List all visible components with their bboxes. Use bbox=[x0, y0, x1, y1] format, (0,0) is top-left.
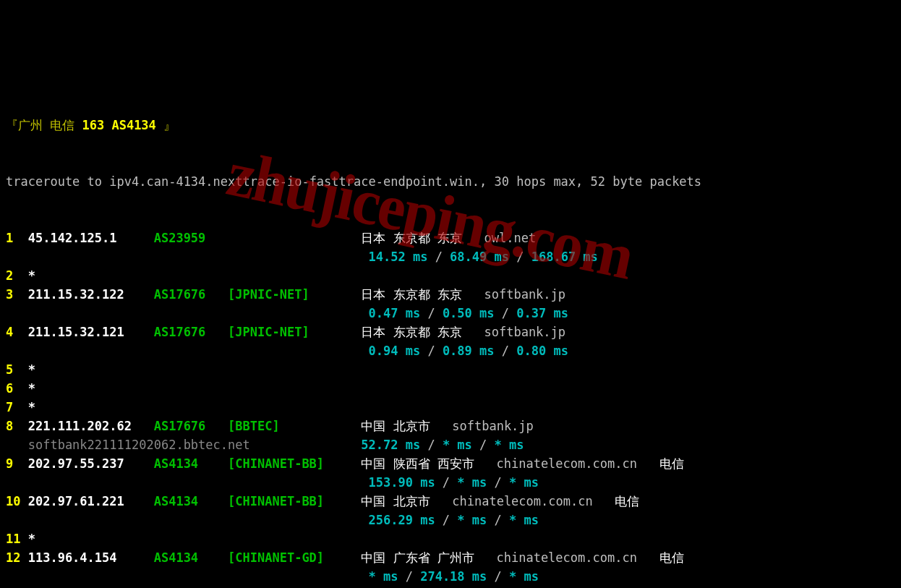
hop-list: 145.142.125.1AS23959 日本 东京都 东京 owl.netx … bbox=[6, 229, 895, 588]
hop-latency-row: x 256.29 ms / * ms / * ms bbox=[6, 511, 895, 529]
hop-ip: 202.97.55.237 bbox=[28, 454, 154, 473]
hop-latency-row: x 0.94 ms / 0.89 ms / 0.80 ms bbox=[6, 341, 895, 360]
hop-row: 10202.97.61.221AS4134[CHINANET-BB] 中国 北京… bbox=[6, 492, 895, 511]
hop-row: 6* bbox=[6, 379, 895, 398]
hop-isp: 电信 bbox=[615, 494, 639, 508]
terminal-output: 『广州 电信 163 AS4134 』 traceroute to ipv4.c… bbox=[0, 75, 901, 588]
hop-ptr-row: softbank221111202062.bbtec.net52.72 ms /… bbox=[6, 435, 895, 454]
latency-2: * ms bbox=[443, 438, 472, 452]
latency-sep: / bbox=[495, 306, 517, 320]
hop-row: 3211.15.32.122AS17676[JPNIC-NET] 日本 东京都 … bbox=[6, 285, 895, 304]
hop-row: 8221.111.202.62AS17676[BBTEC] 中国 北京市 sof… bbox=[6, 417, 895, 435]
latency-1: 256.29 ms bbox=[369, 513, 435, 527]
hop-asn: AS17676 bbox=[154, 323, 228, 341]
latency-sep: / bbox=[472, 438, 495, 452]
latency-2: 68.49 ms bbox=[450, 250, 509, 264]
latency-1: 14.52 ms bbox=[369, 250, 428, 264]
hop-asn: AS4134 bbox=[154, 454, 228, 473]
route-header: 『广州 电信 163 AS4134 』 bbox=[6, 116, 895, 135]
hop-network: [CHINANET-BB] bbox=[228, 492, 339, 511]
hop-location: 中国 北京市 bbox=[361, 419, 430, 433]
latency-2: * ms bbox=[457, 475, 487, 490]
latency-sep: / bbox=[420, 344, 443, 358]
hop-org: chinatelecom.com.cn bbox=[496, 456, 636, 471]
hop-latency-row: x * ms / 274.18 ms / * ms bbox=[6, 567, 895, 586]
latency-1: 153.90 ms bbox=[369, 475, 435, 490]
hop-latency-row: x 14.52 ms / 68.49 ms / 168.67 ms bbox=[6, 247, 895, 266]
latency-3: * ms bbox=[495, 438, 524, 452]
latency-2: 0.50 ms bbox=[443, 306, 495, 320]
hop-asn: AS4134 bbox=[154, 548, 228, 567]
hop-network: [BBTEC] bbox=[228, 417, 339, 435]
hop-row: 11* bbox=[6, 529, 895, 548]
hop-row: 9202.97.55.237AS4134[CHINANET-BB] 中国 陕西省… bbox=[6, 454, 895, 473]
latency-3: * ms bbox=[509, 513, 539, 527]
hop-location: 中国 广东省 广州市 bbox=[361, 550, 474, 565]
hop-location: 日本 东京都 东京 bbox=[361, 231, 461, 245]
latency-sep: / bbox=[398, 569, 420, 584]
traceroute-header: traceroute to ipv4.can-4134.nexttrace-io… bbox=[6, 172, 895, 191]
latency-sep: / bbox=[420, 306, 443, 320]
hop-row: 145.142.125.1AS23959 日本 东京都 东京 owl.net bbox=[6, 229, 895, 247]
hop-ip: 202.97.61.221 bbox=[28, 492, 154, 511]
timeout-star: * bbox=[28, 532, 35, 546]
header-prefix: 广州 电信 bbox=[18, 118, 74, 132]
hop-location: 中国 陕西省 西安市 bbox=[361, 456, 474, 471]
header-close: 』 bbox=[163, 118, 176, 132]
latency-1: 52.72 ms bbox=[361, 438, 420, 452]
latency-2: 274.18 ms bbox=[420, 569, 487, 584]
hop-latency-row: x 153.90 ms / * ms / * ms bbox=[6, 473, 895, 492]
hop-asn: AS4134 bbox=[154, 492, 228, 511]
hop-isp: 电信 bbox=[659, 456, 684, 471]
hop-asn: AS17676 bbox=[154, 417, 228, 435]
hop-location: 日本 东京都 东京 bbox=[361, 325, 461, 339]
timeout-star: * bbox=[28, 362, 35, 377]
hop-latency-row: x 0.47 ms / 0.50 ms / 0.37 ms bbox=[6, 304, 895, 323]
latency-3: * ms bbox=[509, 569, 539, 584]
latency-sep: / bbox=[495, 344, 517, 358]
hop-number: 7 bbox=[6, 398, 28, 417]
timeout-star: * bbox=[28, 400, 35, 414]
hop-row: 2* bbox=[6, 266, 895, 285]
latency-sep: / bbox=[420, 438, 443, 452]
hop-ip: 221.111.202.62 bbox=[28, 417, 154, 435]
header-open: 『 bbox=[6, 118, 18, 132]
hop-org: chinatelecom.com.cn bbox=[496, 550, 636, 565]
hop-number: 3 bbox=[6, 285, 28, 304]
hop-org: softbank.jp bbox=[484, 325, 565, 339]
latency-1: 0.47 ms bbox=[369, 306, 421, 320]
hop-asn: AS17676 bbox=[154, 285, 228, 304]
hop-number: 11 bbox=[6, 529, 28, 548]
latency-sep: / bbox=[435, 475, 458, 490]
latency-3: 0.80 ms bbox=[516, 344, 568, 358]
hop-org: softbank.jp bbox=[452, 419, 534, 433]
latency-2: * ms bbox=[457, 513, 487, 527]
hop-network: [CHINANET-BB] bbox=[228, 454, 339, 473]
hop-org: owl.net bbox=[484, 231, 536, 245]
hop-network: [CHINANET-GD] bbox=[228, 548, 339, 567]
latency-3: 168.67 ms bbox=[531, 250, 598, 264]
hop-location: 中国 北京市 bbox=[361, 494, 430, 508]
hop-org: softbank.jp bbox=[484, 287, 565, 302]
latency-3: 0.37 ms bbox=[516, 306, 568, 320]
hop-number: 9 bbox=[6, 454, 28, 473]
hop-ptr: softbank221111202062.bbtec.net bbox=[28, 435, 250, 454]
hop-number: 12 bbox=[6, 548, 28, 567]
latency-3: * ms bbox=[509, 475, 539, 490]
latency-sep: / bbox=[435, 513, 458, 527]
latency-sep: / bbox=[509, 250, 531, 264]
timeout-star: * bbox=[28, 268, 35, 283]
latency-2: 0.89 ms bbox=[443, 344, 495, 358]
hop-row: 7* bbox=[6, 398, 895, 417]
hop-isp: 电信 bbox=[659, 550, 684, 565]
hop-network: [JPNIC-NET] bbox=[228, 323, 339, 341]
hop-network: [JPNIC-NET] bbox=[228, 285, 339, 304]
hop-number: 6 bbox=[6, 379, 28, 398]
hop-ip: 211.15.32.122 bbox=[28, 285, 154, 304]
latency-1: 0.94 ms bbox=[369, 344, 421, 358]
hop-org: chinatelecom.com.cn bbox=[452, 494, 592, 508]
hop-row: 5* bbox=[6, 360, 895, 379]
latency-1: * ms bbox=[369, 569, 398, 584]
hop-row: 4211.15.32.121AS17676[JPNIC-NET] 日本 东京都 … bbox=[6, 323, 895, 341]
latency-sep: / bbox=[487, 569, 509, 584]
